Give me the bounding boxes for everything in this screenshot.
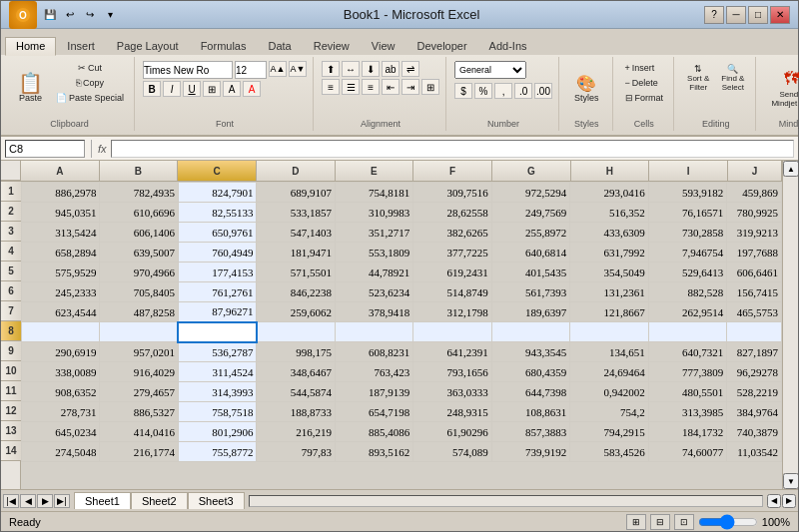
row-header-6[interactable]: 6 (1, 281, 21, 301)
percent-btn[interactable]: % (474, 83, 492, 99)
cell-B12[interactable]: 886,5327 (100, 402, 178, 422)
comma-btn[interactable]: , (494, 83, 512, 99)
bold-btn[interactable]: B (143, 81, 161, 97)
paste-special-button[interactable]: 📄Paste Special (52, 91, 128, 105)
cell-D7[interactable]: 259,6062 (257, 302, 335, 322)
row-header-8[interactable]: 8 (1, 321, 21, 341)
cell-H9[interactable]: 134,651 (570, 342, 648, 362)
cell-B8[interactable] (100, 322, 178, 342)
ribbon-tab-page-layout[interactable]: Page Layout (106, 37, 190, 55)
send-to-mindjet-btn[interactable]: 🗺 Send toMindjet Map (764, 61, 799, 115)
number-format-select[interactable]: General (454, 61, 526, 79)
cell-C7[interactable]: 87,96271 (178, 302, 256, 322)
cell-B2[interactable]: 610,6696 (100, 203, 178, 223)
cell-A14[interactable]: 274,5048 (22, 442, 100, 462)
col-header-F[interactable]: F (413, 161, 492, 181)
increase-decimal-btn[interactable]: .0 (514, 83, 532, 99)
cell-J9[interactable]: 827,1897 (727, 342, 782, 362)
row-header-10[interactable]: 10 (1, 361, 21, 381)
cell-D12[interactable]: 188,8733 (257, 402, 335, 422)
font-shrink-btn[interactable]: A▼ (289, 61, 307, 77)
zoom-slider[interactable] (698, 516, 758, 528)
first-sheet-btn[interactable]: |◀ (3, 494, 19, 508)
cell-I9[interactable]: 640,7321 (648, 342, 726, 362)
cell-D4[interactable]: 181,9471 (257, 243, 335, 263)
cell-I3[interactable]: 730,2858 (648, 223, 726, 243)
cell-A4[interactable]: 658,2894 (22, 243, 100, 263)
styles-button[interactable]: 🎨 Styles (567, 61, 606, 115)
cell-G2[interactable]: 249,7569 (491, 203, 569, 223)
ribbon-tab-review[interactable]: Review (303, 37, 361, 55)
find-select-btn[interactable]: 🔍Find &Select (716, 61, 749, 95)
cell-J5[interactable]: 606,6461 (727, 263, 782, 282)
cell-F14[interactable]: 574,089 (413, 442, 491, 462)
last-sheet-btn[interactable]: ▶| (54, 494, 70, 508)
row-header-1[interactable]: 1 (1, 182, 21, 202)
font-name-input[interactable] (143, 61, 233, 79)
cell-F1[interactable]: 309,7516 (413, 183, 491, 203)
cell-G11[interactable]: 644,7398 (491, 382, 569, 402)
cell-F11[interactable]: 363,0333 (413, 382, 491, 402)
sheet-tab-sheet2[interactable]: Sheet2 (131, 492, 188, 509)
cell-I1[interactable]: 593,9182 (648, 183, 726, 203)
cell-J1[interactable]: 459,869 (727, 183, 782, 203)
minimize-btn[interactable]: ─ (726, 6, 746, 24)
cell-H14[interactable]: 583,4526 (570, 442, 648, 462)
cell-H12[interactable]: 754,2 (570, 402, 648, 422)
cell-A11[interactable]: 908,6352 (22, 382, 100, 402)
cell-A10[interactable]: 338,0089 (22, 362, 100, 382)
cell-C9[interactable]: 536,2787 (178, 342, 256, 362)
cell-H3[interactable]: 433,6309 (570, 223, 648, 243)
cell-E1[interactable]: 754,8181 (335, 183, 412, 203)
cell-F12[interactable]: 248,9315 (413, 402, 491, 422)
cell-B6[interactable]: 705,8405 (100, 282, 178, 302)
cell-D8[interactable] (257, 322, 335, 342)
cell-E10[interactable]: 763,423 (335, 362, 412, 382)
cell-I10[interactable]: 777,3809 (648, 362, 726, 382)
cell-E7[interactable]: 378,9418 (335, 302, 412, 322)
ribbon-tab-add-ins[interactable]: Add-Ins (478, 37, 538, 55)
align-bottom-btn[interactable]: ⬇ (362, 61, 380, 77)
align-right-btn[interactable]: ≡ (362, 79, 380, 95)
sort-filter-btn[interactable]: ⇅Sort &Filter (682, 61, 714, 95)
cell-E3[interactable]: 351,2717 (335, 223, 412, 243)
ribbon-tab-developer[interactable]: Developer (405, 37, 477, 55)
ribbon-tab-insert[interactable]: Insert (56, 37, 106, 55)
cell-H10[interactable]: 24,69464 (570, 362, 648, 382)
cell-J12[interactable]: 384,9764 (727, 402, 782, 422)
redo-quick-btn[interactable]: ↪ (81, 6, 99, 24)
cell-A1[interactable]: 886,2978 (22, 183, 100, 203)
paste-button[interactable]: 📋 Paste (11, 61, 50, 115)
cell-J11[interactable]: 528,2219 (727, 382, 782, 402)
cell-A8[interactable] (22, 322, 100, 342)
col-header-G[interactable]: G (492, 161, 571, 181)
cell-H11[interactable]: 0,942002 (570, 382, 648, 402)
row-header-2[interactable]: 2 (1, 202, 21, 222)
font-grow-btn[interactable]: A▲ (269, 61, 287, 77)
col-header-B[interactable]: B (100, 161, 179, 181)
cell-B5[interactable]: 970,4966 (100, 263, 178, 282)
cell-I2[interactable]: 76,16571 (648, 203, 726, 223)
close-btn[interactable]: ✕ (770, 6, 790, 24)
cell-F3[interactable]: 382,6265 (413, 223, 491, 243)
cell-B3[interactable]: 606,1406 (100, 223, 178, 243)
row-header-14[interactable]: 14 (1, 441, 21, 461)
cell-I13[interactable]: 184,1732 (648, 422, 726, 442)
text-orient-btn[interactable]: ab (382, 61, 400, 77)
cell-A3[interactable]: 313,5424 (22, 223, 100, 243)
cell-G1[interactable]: 972,5294 (491, 183, 569, 203)
cell-B14[interactable]: 216,1774 (100, 442, 178, 462)
ribbon-tab-view[interactable]: View (361, 37, 406, 55)
cell-F5[interactable]: 619,2431 (413, 263, 491, 282)
normal-view-btn[interactable]: ⊞ (626, 514, 646, 530)
wrap-text-btn[interactable]: ⇌ (401, 61, 419, 77)
scroll-down-btn[interactable]: ▼ (783, 473, 798, 489)
page-layout-view-btn[interactable]: ⊟ (650, 514, 670, 530)
office-button[interactable]: O (9, 1, 37, 29)
cell-J13[interactable]: 740,3879 (727, 422, 782, 442)
currency-btn[interactable]: $ (454, 83, 472, 99)
cell-E5[interactable]: 44,78921 (335, 263, 412, 282)
cell-C14[interactable]: 755,8772 (178, 442, 256, 462)
cell-F7[interactable]: 312,1798 (413, 302, 491, 322)
font-color-btn[interactable]: A (243, 81, 261, 97)
